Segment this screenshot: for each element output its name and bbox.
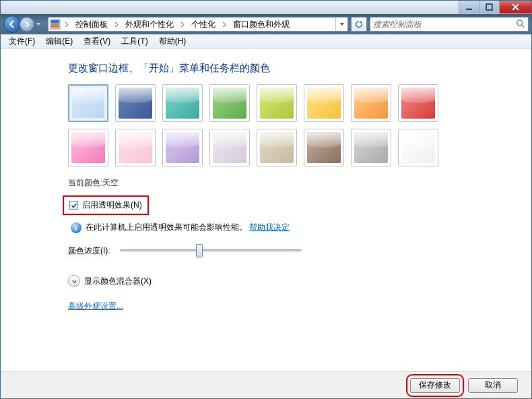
save-button[interactable]: 保存修改 <box>410 378 460 393</box>
intensity-label: 颜色浓度(I): <box>68 245 110 257</box>
footer: 保存修改 取消 <box>1 371 531 398</box>
chevron-right-icon <box>178 22 187 28</box>
swatch-tile <box>354 88 388 119</box>
menu-view[interactable]: 查看(V) <box>78 34 116 49</box>
color-swatch-pumpkin[interactable] <box>351 84 391 122</box>
color-swatch-grid <box>68 84 459 166</box>
transparency-checkbox[interactable] <box>69 201 78 210</box>
color-swatch-sea[interactable] <box>162 84 203 122</box>
slider-track <box>120 249 302 251</box>
performance-note-row: i 在此计算机上启用透明效果可能会影响性能。 帮助我决定 <box>68 222 531 233</box>
forward-button[interactable] <box>20 17 34 32</box>
personalization-icon <box>48 18 62 31</box>
minimize-button[interactable] <box>459 1 479 13</box>
breadcrumb-dropdown[interactable] <box>335 18 347 31</box>
swatch-tile <box>260 88 294 119</box>
close-button[interactable] <box>499 1 531 13</box>
color-swatch-twilight[interactable] <box>115 84 156 122</box>
swatch-tile <box>72 88 104 118</box>
chevron-down-icon[interactable] <box>68 275 80 287</box>
chevron-right-icon <box>220 22 229 28</box>
transparency-label: 启用透明效果(N) <box>82 200 142 211</box>
swatch-tile <box>260 132 294 163</box>
color-mixer-label: 显示颜色混合器(X) <box>84 276 152 287</box>
color-swatch-fuchsia[interactable] <box>68 129 108 166</box>
swatch-tile <box>166 88 199 119</box>
chevron-right-icon <box>112 22 121 28</box>
advanced-row: 高级外观设置... <box>68 301 531 312</box>
swatch-tile <box>354 132 388 163</box>
swatch-tile <box>213 132 246 163</box>
swatch-tile <box>119 132 152 163</box>
swatch-tile <box>119 88 152 119</box>
svg-line-8 <box>522 24 525 27</box>
info-icon: i <box>71 222 81 233</box>
nav-buttons <box>3 16 42 33</box>
search-icon <box>516 19 525 30</box>
search-input[interactable] <box>373 20 516 29</box>
color-swatch-blush[interactable] <box>115 129 156 166</box>
menu-edit[interactable]: 编辑(E) <box>40 34 78 49</box>
current-color-label: 当前颜色: <box>68 177 102 189</box>
color-swatch-sky[interactable] <box>68 84 108 122</box>
maximize-button[interactable] <box>479 1 499 13</box>
color-swatch-violet[interactable] <box>162 129 203 166</box>
current-color-row: 当前颜色: 天空 <box>68 177 531 189</box>
transparency-row: 启用透明效果(N) <box>68 195 531 215</box>
highlight-transparency: 启用透明效果(N) <box>63 195 149 215</box>
color-swatch-frost[interactable] <box>398 129 438 166</box>
svg-rect-1 <box>486 4 492 10</box>
content-area: 更改窗口边框、「开始」菜单和任务栏的颜色 当前颜色: 天空 启用透明效果(N) … <box>1 49 531 371</box>
chevron-right-icon <box>62 22 71 28</box>
swatch-tile <box>307 132 341 163</box>
swatch-tile <box>307 88 341 119</box>
color-swatch-lime[interactable] <box>257 84 297 122</box>
breadcrumb-appearance[interactable]: 外观和个性化 <box>121 18 178 31</box>
search-box[interactable] <box>370 17 529 32</box>
slider-thumb[interactable] <box>196 244 203 257</box>
help-decide-link[interactable]: 帮助我决定 <box>249 222 290 233</box>
menu-file[interactable]: 文件(F) <box>3 34 40 49</box>
color-swatch-chocolate[interactable] <box>304 129 344 166</box>
menu-tools[interactable]: 工具(T) <box>116 34 153 49</box>
color-swatch-leaf[interactable] <box>209 84 250 122</box>
back-button[interactable] <box>3 16 21 33</box>
swatch-tile <box>71 132 105 163</box>
color-swatch-ruby[interactable] <box>398 84 438 122</box>
svg-rect-6 <box>51 24 59 28</box>
breadcrumb-personalization[interactable]: 个性化 <box>187 18 220 31</box>
color-swatch-sun[interactable] <box>304 84 344 122</box>
page-title: 更改窗口边框、「开始」菜单和任务栏的颜色 <box>68 62 531 75</box>
cancel-button[interactable]: 取消 <box>468 378 518 393</box>
current-color-value: 天空 <box>102 177 119 189</box>
swatch-tile <box>213 88 246 119</box>
intensity-slider[interactable] <box>120 243 302 259</box>
swatch-tile <box>401 132 435 163</box>
titlebar <box>1 1 531 14</box>
intensity-row: 颜色浓度(I): <box>68 243 531 259</box>
color-swatch-taupe[interactable] <box>257 129 297 166</box>
svg-point-7 <box>517 20 523 25</box>
performance-note-text: 在此计算机上启用透明效果可能会影响性能。 <box>86 222 247 233</box>
address-bar: 控制面板 外观和个性化 个性化 窗口颜色和外观 <box>1 14 531 34</box>
breadcrumb-window-color[interactable]: 窗口颜色和外观 <box>229 18 294 31</box>
breadcrumb-control-panel[interactable]: 控制面板 <box>71 18 112 31</box>
menu-help[interactable]: 帮助(H) <box>154 34 192 49</box>
breadcrumb[interactable]: 控制面板 外观和个性化 个性化 窗口颜色和外观 <box>48 17 348 32</box>
refresh-button[interactable] <box>351 17 367 32</box>
nav-history-dropdown[interactable] <box>34 18 42 31</box>
color-swatch-slate[interactable] <box>351 129 391 166</box>
window-color-appearance: 控制面板 外观和个性化 个性化 窗口颜色和外观 <box>0 0 532 399</box>
menu-bar: 文件(F) 编辑(E) 查看(V) 工具(T) 帮助(H) <box>1 34 531 49</box>
color-mixer-row[interactable]: 显示颜色混合器(X) <box>68 275 531 287</box>
svg-rect-5 <box>51 20 59 24</box>
swatch-tile <box>166 132 199 163</box>
color-swatch-lavender[interactable] <box>209 129 250 166</box>
advanced-settings-link[interactable]: 高级外观设置... <box>68 301 123 312</box>
swatch-tile <box>401 88 435 119</box>
